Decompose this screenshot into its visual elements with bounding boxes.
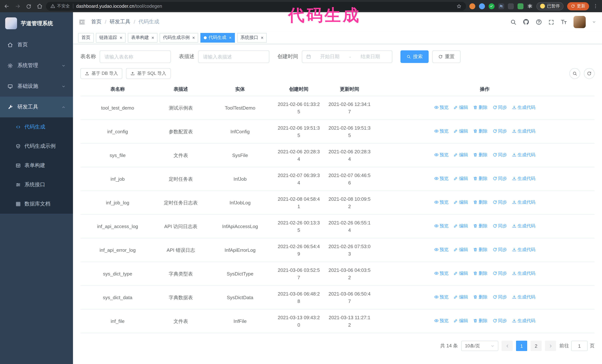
browser-menu-button[interactable] (593, 3, 598, 9)
generate-code-link[interactable]: 生成代码 (512, 175, 536, 182)
sidebar-item-system-api[interactable]: 系统接口 (0, 175, 73, 194)
preview-link[interactable]: 预览 (434, 294, 449, 301)
close-icon[interactable]: × (151, 35, 154, 40)
bookmark-star-icon[interactable] (456, 3, 462, 9)
edit-link[interactable]: 编辑 (454, 246, 468, 253)
page-size-select[interactable]: 10条/页 (461, 341, 498, 351)
edit-link[interactable]: 编辑 (454, 318, 468, 324)
font-size-button[interactable] (560, 18, 567, 25)
header-search-button[interactable] (510, 19, 516, 25)
generate-code-link[interactable]: 生成代码 (512, 223, 536, 229)
recording-paused-badge[interactable]: 已暂停 (536, 2, 563, 10)
delete-link[interactable]: 删除 (473, 128, 487, 135)
generate-code-link[interactable]: 生成代码 (512, 270, 536, 277)
sync-link[interactable]: 同步 (493, 294, 507, 301)
sidebar-item-db-docs[interactable]: 数据库文档 (0, 194, 73, 214)
extension-icon-6[interactable] (517, 3, 523, 9)
goto-page-input[interactable] (571, 341, 588, 351)
sidebar-item-home[interactable]: 首页 (0, 34, 73, 55)
browser-home-button[interactable] (37, 3, 43, 10)
generate-code-link[interactable]: 生成代码 (512, 199, 536, 206)
generate-code-link[interactable]: 生成代码 (512, 152, 536, 158)
generate-code-link[interactable]: 生成代码 (512, 104, 536, 111)
edit-link[interactable]: 编辑 (454, 104, 468, 111)
sync-link[interactable]: 同步 (493, 270, 507, 277)
generate-code-link[interactable]: 生成代码 (512, 246, 536, 253)
puzzle-extensions-icon[interactable] (527, 3, 533, 9)
tab-code-generation[interactable]: 代码生成× (200, 33, 235, 42)
close-icon[interactable]: × (192, 35, 195, 40)
search-button[interactable]: 搜索 (400, 50, 429, 63)
page-button-1[interactable]: 1 (516, 341, 527, 351)
delete-link[interactable]: 删除 (473, 246, 487, 253)
sync-link[interactable]: 同步 (493, 104, 507, 111)
extension-icon-3[interactable] (488, 3, 494, 9)
tab-form-builder[interactable]: 表单构建× (128, 33, 157, 42)
delete-link[interactable]: 删除 (473, 318, 487, 324)
edit-link[interactable]: 编辑 (454, 199, 468, 206)
sync-link[interactable]: 同步 (493, 199, 507, 206)
sidebar-item-dev-tools[interactable]: 研发工具 (0, 97, 73, 117)
generate-code-link[interactable]: 生成代码 (512, 318, 536, 324)
site-security-chip[interactable]: 不安全 (50, 3, 70, 9)
sidebar-item-form-builder[interactable]: 表单构建 (0, 156, 73, 175)
sidebar-item-codegen-example[interactable]: 代码生成示例 (0, 137, 73, 156)
extension-icon-4[interactable] (498, 3, 504, 9)
edit-link[interactable]: 编辑 (454, 175, 468, 182)
sidebar-item-system-management[interactable]: 系统管理 (0, 55, 73, 76)
sync-link[interactable]: 同步 (493, 152, 507, 158)
reset-button[interactable]: 重置 (432, 50, 461, 63)
extension-icon-5[interactable] (508, 3, 514, 9)
import-sql-button[interactable]: 基于 SQL 导入 (126, 68, 171, 79)
sidebar-toggle-button[interactable] (79, 19, 85, 25)
import-db-button[interactable]: 基于 DB 导入 (80, 68, 122, 79)
edit-link[interactable]: 编辑 (454, 270, 468, 277)
generate-code-link[interactable]: 生成代码 (512, 294, 536, 301)
close-icon[interactable]: × (229, 35, 232, 40)
edit-link[interactable]: 编辑 (454, 152, 468, 158)
delete-link[interactable]: 删除 (473, 294, 487, 301)
app-logo[interactable]: 芋道管理系统 (0, 12, 73, 34)
preview-link[interactable]: 预览 (434, 152, 449, 158)
browser-reload-button[interactable] (26, 3, 32, 10)
breadcrumb-dev-tools[interactable]: 研发工具 (110, 19, 130, 25)
extension-icon-2[interactable] (479, 3, 485, 9)
delete-link[interactable]: 删除 (473, 199, 487, 206)
toggle-search-button[interactable] (570, 68, 580, 79)
tab-home[interactable]: 首页 (78, 33, 94, 42)
user-avatar[interactable] (573, 16, 586, 28)
github-link[interactable] (523, 18, 529, 25)
table-desc-input[interactable] (198, 50, 269, 63)
tab-codegen-example[interactable]: 代码生成示例× (160, 33, 198, 42)
preview-link[interactable]: 预览 (434, 199, 449, 206)
tab-system-api[interactable]: 系统接口× (237, 33, 267, 42)
address-bar[interactable]: 不安全 dashboard.yudao.iocoder.cn/tool/code… (46, 2, 466, 10)
refresh-table-button[interactable] (584, 68, 595, 79)
preview-link[interactable]: 预览 (434, 223, 449, 229)
sync-link[interactable]: 同步 (493, 223, 507, 229)
next-page-button[interactable] (545, 341, 556, 351)
delete-link[interactable]: 删除 (473, 175, 487, 182)
browser-back-button[interactable] (4, 3, 10, 10)
sidebar-item-code-generation[interactable]: 代码生成 (0, 117, 73, 137)
avatar-caret-icon[interactable] (592, 20, 596, 24)
delete-link[interactable]: 删除 (473, 104, 487, 111)
preview-link[interactable]: 预览 (434, 175, 449, 182)
close-icon[interactable]: × (261, 35, 263, 40)
preview-link[interactable]: 预览 (434, 128, 449, 135)
preview-link[interactable]: 预览 (434, 318, 449, 324)
extension-icon-1[interactable] (469, 3, 475, 9)
chrome-update-button[interactable]: 更新 (567, 2, 589, 10)
prev-page-button[interactable] (502, 341, 513, 351)
delete-link[interactable]: 删除 (473, 270, 487, 277)
sync-link[interactable]: 同步 (493, 175, 507, 182)
sidebar-item-infrastructure[interactable]: 基础设施 (0, 76, 73, 97)
preview-link[interactable]: 预览 (434, 104, 449, 111)
fullscreen-button[interactable] (548, 19, 554, 25)
date-range-picker[interactable]: 开始日期 - 结束日期 (302, 50, 392, 63)
sync-link[interactable]: 同步 (493, 318, 507, 324)
edit-link[interactable]: 编辑 (454, 128, 468, 135)
page-button-2[interactable]: 2 (530, 341, 542, 351)
help-button[interactable] (536, 19, 542, 25)
preview-link[interactable]: 预览 (434, 270, 449, 277)
